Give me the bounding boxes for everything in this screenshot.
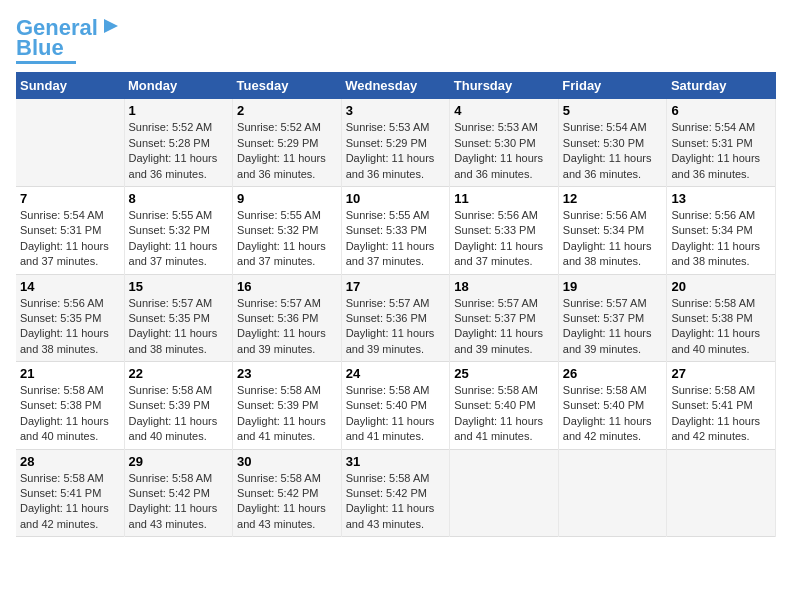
day-info: Sunrise: 5:53 AM Sunset: 5:30 PM Dayligh… bbox=[454, 120, 554, 182]
header-cell-monday: Monday bbox=[124, 72, 233, 99]
header-cell-thursday: Thursday bbox=[450, 72, 559, 99]
day-info: Sunrise: 5:56 AM Sunset: 5:35 PM Dayligh… bbox=[20, 296, 120, 358]
calendar-cell: 11Sunrise: 5:56 AM Sunset: 5:33 PM Dayli… bbox=[450, 186, 559, 274]
calendar-cell: 10Sunrise: 5:55 AM Sunset: 5:33 PM Dayli… bbox=[341, 186, 450, 274]
day-info: Sunrise: 5:52 AM Sunset: 5:28 PM Dayligh… bbox=[129, 120, 229, 182]
header: General Blue bbox=[16, 16, 776, 64]
header-cell-wednesday: Wednesday bbox=[341, 72, 450, 99]
day-info: Sunrise: 5:56 AM Sunset: 5:34 PM Dayligh… bbox=[671, 208, 771, 270]
day-info: Sunrise: 5:58 AM Sunset: 5:38 PM Dayligh… bbox=[671, 296, 771, 358]
day-number: 9 bbox=[237, 191, 337, 206]
day-number: 2 bbox=[237, 103, 337, 118]
calendar-cell: 21Sunrise: 5:58 AM Sunset: 5:38 PM Dayli… bbox=[16, 362, 124, 450]
calendar-cell: 14Sunrise: 5:56 AM Sunset: 5:35 PM Dayli… bbox=[16, 274, 124, 362]
day-number: 4 bbox=[454, 103, 554, 118]
calendar-cell: 20Sunrise: 5:58 AM Sunset: 5:38 PM Dayli… bbox=[667, 274, 776, 362]
calendar-cell: 29Sunrise: 5:58 AM Sunset: 5:42 PM Dayli… bbox=[124, 449, 233, 537]
day-info: Sunrise: 5:56 AM Sunset: 5:34 PM Dayligh… bbox=[563, 208, 663, 270]
calendar-cell: 28Sunrise: 5:58 AM Sunset: 5:41 PM Dayli… bbox=[16, 449, 124, 537]
week-row-1: 1Sunrise: 5:52 AM Sunset: 5:28 PM Daylig… bbox=[16, 99, 776, 186]
logo-arrow-icon bbox=[100, 15, 122, 37]
header-row: SundayMondayTuesdayWednesdayThursdayFrid… bbox=[16, 72, 776, 99]
calendar-cell bbox=[450, 449, 559, 537]
day-info: Sunrise: 5:58 AM Sunset: 5:38 PM Dayligh… bbox=[20, 383, 120, 445]
day-info: Sunrise: 5:58 AM Sunset: 5:41 PM Dayligh… bbox=[20, 471, 120, 533]
calendar-cell: 25Sunrise: 5:58 AM Sunset: 5:40 PM Dayli… bbox=[450, 362, 559, 450]
day-number: 16 bbox=[237, 279, 337, 294]
day-info: Sunrise: 5:55 AM Sunset: 5:32 PM Dayligh… bbox=[129, 208, 229, 270]
calendar-cell: 9Sunrise: 5:55 AM Sunset: 5:32 PM Daylig… bbox=[233, 186, 342, 274]
logo-underline bbox=[16, 61, 76, 64]
day-info: Sunrise: 5:56 AM Sunset: 5:33 PM Dayligh… bbox=[454, 208, 554, 270]
day-info: Sunrise: 5:58 AM Sunset: 5:39 PM Dayligh… bbox=[129, 383, 229, 445]
calendar-cell: 5Sunrise: 5:54 AM Sunset: 5:30 PM Daylig… bbox=[558, 99, 667, 186]
svg-marker-0 bbox=[104, 19, 118, 33]
calendar-cell: 8Sunrise: 5:55 AM Sunset: 5:32 PM Daylig… bbox=[124, 186, 233, 274]
calendar-table: SundayMondayTuesdayWednesdayThursdayFrid… bbox=[16, 72, 776, 537]
day-number: 7 bbox=[20, 191, 120, 206]
day-info: Sunrise: 5:54 AM Sunset: 5:30 PM Dayligh… bbox=[563, 120, 663, 182]
logo-blue-text: Blue bbox=[16, 36, 64, 60]
day-info: Sunrise: 5:55 AM Sunset: 5:33 PM Dayligh… bbox=[346, 208, 446, 270]
day-number: 26 bbox=[563, 366, 663, 381]
day-number: 11 bbox=[454, 191, 554, 206]
calendar-cell: 30Sunrise: 5:58 AM Sunset: 5:42 PM Dayli… bbox=[233, 449, 342, 537]
calendar-cell: 23Sunrise: 5:58 AM Sunset: 5:39 PM Dayli… bbox=[233, 362, 342, 450]
calendar-cell bbox=[16, 99, 124, 186]
day-info: Sunrise: 5:52 AM Sunset: 5:29 PM Dayligh… bbox=[237, 120, 337, 182]
day-number: 15 bbox=[129, 279, 229, 294]
day-info: Sunrise: 5:54 AM Sunset: 5:31 PM Dayligh… bbox=[20, 208, 120, 270]
day-info: Sunrise: 5:58 AM Sunset: 5:42 PM Dayligh… bbox=[129, 471, 229, 533]
day-info: Sunrise: 5:57 AM Sunset: 5:35 PM Dayligh… bbox=[129, 296, 229, 358]
calendar-cell: 13Sunrise: 5:56 AM Sunset: 5:34 PM Dayli… bbox=[667, 186, 776, 274]
day-info: Sunrise: 5:57 AM Sunset: 5:37 PM Dayligh… bbox=[454, 296, 554, 358]
day-number: 24 bbox=[346, 366, 446, 381]
calendar-cell: 27Sunrise: 5:58 AM Sunset: 5:41 PM Dayli… bbox=[667, 362, 776, 450]
day-info: Sunrise: 5:58 AM Sunset: 5:41 PM Dayligh… bbox=[671, 383, 771, 445]
day-number: 19 bbox=[563, 279, 663, 294]
logo: General Blue bbox=[16, 16, 122, 64]
calendar-cell: 7Sunrise: 5:54 AM Sunset: 5:31 PM Daylig… bbox=[16, 186, 124, 274]
day-info: Sunrise: 5:58 AM Sunset: 5:42 PM Dayligh… bbox=[237, 471, 337, 533]
calendar-cell bbox=[558, 449, 667, 537]
day-number: 25 bbox=[454, 366, 554, 381]
day-info: Sunrise: 5:54 AM Sunset: 5:31 PM Dayligh… bbox=[671, 120, 771, 182]
day-number: 20 bbox=[671, 279, 771, 294]
day-number: 29 bbox=[129, 454, 229, 469]
calendar-cell: 24Sunrise: 5:58 AM Sunset: 5:40 PM Dayli… bbox=[341, 362, 450, 450]
day-number: 28 bbox=[20, 454, 120, 469]
day-info: Sunrise: 5:55 AM Sunset: 5:32 PM Dayligh… bbox=[237, 208, 337, 270]
calendar-cell: 18Sunrise: 5:57 AM Sunset: 5:37 PM Dayli… bbox=[450, 274, 559, 362]
day-number: 22 bbox=[129, 366, 229, 381]
day-number: 21 bbox=[20, 366, 120, 381]
day-number: 6 bbox=[671, 103, 771, 118]
day-number: 17 bbox=[346, 279, 446, 294]
calendar-cell: 19Sunrise: 5:57 AM Sunset: 5:37 PM Dayli… bbox=[558, 274, 667, 362]
day-number: 1 bbox=[129, 103, 229, 118]
calendar-cell: 4Sunrise: 5:53 AM Sunset: 5:30 PM Daylig… bbox=[450, 99, 559, 186]
day-number: 18 bbox=[454, 279, 554, 294]
day-number: 10 bbox=[346, 191, 446, 206]
day-info: Sunrise: 5:53 AM Sunset: 5:29 PM Dayligh… bbox=[346, 120, 446, 182]
day-number: 3 bbox=[346, 103, 446, 118]
day-number: 13 bbox=[671, 191, 771, 206]
day-number: 14 bbox=[20, 279, 120, 294]
day-number: 12 bbox=[563, 191, 663, 206]
calendar-cell: 26Sunrise: 5:58 AM Sunset: 5:40 PM Dayli… bbox=[558, 362, 667, 450]
calendar-cell: 16Sunrise: 5:57 AM Sunset: 5:36 PM Dayli… bbox=[233, 274, 342, 362]
day-info: Sunrise: 5:57 AM Sunset: 5:36 PM Dayligh… bbox=[237, 296, 337, 358]
week-row-5: 28Sunrise: 5:58 AM Sunset: 5:41 PM Dayli… bbox=[16, 449, 776, 537]
calendar-cell: 2Sunrise: 5:52 AM Sunset: 5:29 PM Daylig… bbox=[233, 99, 342, 186]
day-info: Sunrise: 5:57 AM Sunset: 5:37 PM Dayligh… bbox=[563, 296, 663, 358]
calendar-cell: 6Sunrise: 5:54 AM Sunset: 5:31 PM Daylig… bbox=[667, 99, 776, 186]
day-info: Sunrise: 5:57 AM Sunset: 5:36 PM Dayligh… bbox=[346, 296, 446, 358]
calendar-cell: 17Sunrise: 5:57 AM Sunset: 5:36 PM Dayli… bbox=[341, 274, 450, 362]
day-number: 23 bbox=[237, 366, 337, 381]
day-number: 30 bbox=[237, 454, 337, 469]
day-info: Sunrise: 5:58 AM Sunset: 5:40 PM Dayligh… bbox=[346, 383, 446, 445]
calendar-cell: 15Sunrise: 5:57 AM Sunset: 5:35 PM Dayli… bbox=[124, 274, 233, 362]
calendar-cell: 3Sunrise: 5:53 AM Sunset: 5:29 PM Daylig… bbox=[341, 99, 450, 186]
week-row-4: 21Sunrise: 5:58 AM Sunset: 5:38 PM Dayli… bbox=[16, 362, 776, 450]
header-cell-tuesday: Tuesday bbox=[233, 72, 342, 99]
day-number: 27 bbox=[671, 366, 771, 381]
